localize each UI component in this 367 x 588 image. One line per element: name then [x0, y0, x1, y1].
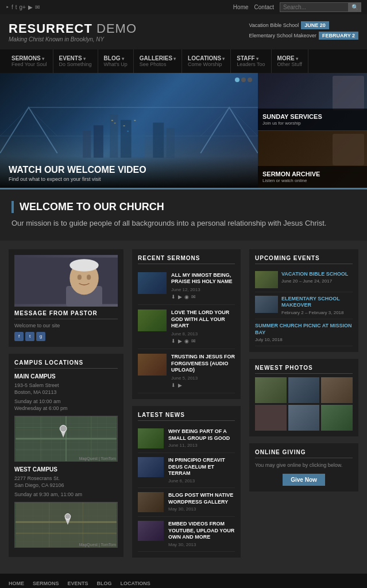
- sermon-thumb-1: [138, 272, 167, 294]
- sermon-info-2: LOVE THE LORD YOUR GOD WITH ALL YOUR HEA…: [171, 310, 235, 344]
- google-icon-top[interactable]: g+: [20, 4, 26, 10]
- youtube-icon-top[interactable]: ▶: [28, 4, 33, 10]
- twitter-icon-top[interactable]: t: [16, 4, 17, 10]
- event-name-2: ELEMENTARY SCHOOL MAKEOVER: [281, 296, 353, 309]
- event-badge-1: Vacation Bible School JUNE 20: [249, 21, 358, 29]
- campus-west-name: WEST CAMPUS: [14, 466, 118, 473]
- home-link[interactable]: Home: [233, 4, 249, 10]
- footer-nav: HOME SERMONS EVENTS BLOG LOCATIONS: [0, 573, 367, 588]
- hero-sermon-archive[interactable]: SERMON ARCHIVE Listen or watch online: [258, 130, 367, 188]
- news-info-4: EMBED VIDEOS FROM YOUTUBE, UPLOAD YOUR O…: [168, 521, 235, 547]
- give-now-button[interactable]: Give Now: [283, 474, 325, 486]
- svg-rect-8: [83, 131, 91, 158]
- sermon-info-3: TRUSTING IN JESUS FOR FORGIVENESS (AUDIO…: [171, 354, 235, 388]
- right-column: UPCOMING EVENTS VACATION BIBLE SCHOOL Ju…: [249, 249, 358, 565]
- svg-point-30: [60, 425, 67, 432]
- hero-dot-1[interactable]: [235, 78, 239, 82]
- news-item-4[interactable]: EMBED VIDEOS FROM YOUTUBE, UPLOAD YOUR O…: [138, 517, 235, 552]
- campus-west-map[interactable]: MapQuest | TomTom: [14, 502, 118, 548]
- search-button[interactable]: 🔍: [349, 2, 361, 12]
- sermon-date-3: June 5, 2013: [171, 376, 235, 381]
- nav-galleries[interactable]: GALLERIES▾ See Photos: [134, 49, 182, 73]
- hero-main[interactable]: WATCH OUR WELCOME VIDEO Find out what to…: [0, 73, 258, 188]
- nav-blog[interactable]: BLOG▾ What's Up: [98, 49, 134, 73]
- nav-locations[interactable]: LOCATIONS▾ Come Worship: [182, 49, 231, 73]
- search-input[interactable]: [280, 2, 349, 12]
- sermons-section-title: RECENT SERMONS: [138, 255, 235, 264]
- sermon-download-icon[interactable]: ⬇: [171, 294, 176, 300]
- event-item-2[interactable]: ELEMENTARY SCHOOL MAKEOVER February 2 – …: [255, 292, 353, 319]
- event-name-3: SUMMER CHURCH PICNIC AT MISSION BAY: [255, 323, 353, 336]
- hero-sunday-services[interactable]: SUNDAY SERVICES Join us for worship: [258, 73, 367, 130]
- pastor-image: [14, 255, 118, 307]
- hero-dot-2[interactable]: [241, 78, 246, 82]
- news-title-4: EMBED VIDEOS FROM YOUTUBE, UPLOAD YOUR O…: [168, 521, 235, 541]
- top-bar: ‣ f t g+ ▶ ✉ Home Contact 🔍: [0, 0, 367, 14]
- welcome-title: WELCOME TO OUR CHURCH: [11, 201, 356, 213]
- sermon-cmt-2[interactable]: ✉: [191, 338, 196, 344]
- facebook-icon-top[interactable]: f: [11, 4, 13, 10]
- photo-1[interactable]: [255, 377, 287, 403]
- svg-point-19: [69, 259, 98, 272]
- event-dates-3: July 10, 2018: [255, 337, 353, 342]
- photo-5[interactable]: [288, 405, 320, 431]
- site-header: RESURRECT DEMO Making Christ Known in Br…: [0, 14, 367, 49]
- event-item-1[interactable]: VACATION BIBLE SCHOOL June 20 – June 24,…: [255, 268, 353, 292]
- rss-icon-top[interactable]: ‣: [6, 4, 9, 10]
- photo-4[interactable]: [255, 405, 287, 431]
- sermon-thumb-3: [138, 354, 167, 376]
- map-svg-west: [15, 502, 117, 547]
- sermon-item-2[interactable]: LOVE THE LORD YOUR GOD WITH ALL YOUR HEA…: [138, 305, 235, 349]
- photo-3[interactable]: [321, 377, 353, 403]
- site-tagline: Making Christ Known in Brooklyn, NY: [9, 36, 137, 42]
- sermon-item-3[interactable]: TRUSTING IN JESUS FOR FORGIVENESS (AUDIO…: [138, 349, 235, 393]
- event-item-3[interactable]: SUMMER CHURCH PICNIC AT MISSION BAY July…: [255, 319, 353, 346]
- pastor-facebook-icon[interactable]: f: [14, 332, 24, 341]
- sunday-services-title: SUNDAY SERVICES: [262, 113, 362, 120]
- contact-link[interactable]: Contact: [254, 4, 274, 10]
- nav-events[interactable]: EVENTS▾ Do Something: [53, 49, 98, 73]
- sermon-title-3: TRUSTING IN JESUS FOR FORGIVENESS (AUDIO…: [171, 354, 235, 374]
- sermon-play-3[interactable]: ▶: [178, 382, 182, 388]
- footer-blog-link[interactable]: BLOG: [97, 581, 112, 586]
- sermon-play-2[interactable]: ▶: [178, 338, 182, 344]
- footer-events-link[interactable]: EVENTS: [68, 581, 88, 586]
- welcome-section: WELCOME TO OUR CHURCH Our mission is to …: [0, 188, 367, 241]
- news-title-1: WHY BEING PART OF A SMALL GROUP IS GOOD: [168, 428, 235, 442]
- hero-dots: [235, 78, 252, 82]
- hero-overlay: WATCH OUR WELCOME VIDEO Find out what to…: [0, 156, 258, 188]
- email-icon-top[interactable]: ✉: [35, 4, 40, 10]
- sermon-vid-2[interactable]: ◉: [184, 338, 189, 344]
- svg-rect-5: [121, 120, 132, 158]
- news-item-3[interactable]: BLOG POST WITH NATIVE WORDPRESS GALLERY …: [138, 488, 235, 517]
- news-title-3: BLOG POST WITH NATIVE WORDPRESS GALLERY: [168, 492, 235, 505]
- footer-locations-link[interactable]: LOCATIONS: [121, 581, 150, 586]
- sermon-video-icon[interactable]: ◉: [184, 294, 189, 300]
- sermon-item-1[interactable]: ALL MY INMOST BEING, PRAISE HIS HOLY NAM…: [138, 268, 235, 305]
- footer-sermons-link[interactable]: SERMONS: [33, 581, 59, 586]
- sermon-comment-icon[interactable]: ✉: [191, 294, 196, 300]
- nav-more[interactable]: MORE▾ Other Stuff: [272, 49, 308, 73]
- pastor-text: Welcome to our site: [14, 323, 118, 328]
- photo-2[interactable]: [288, 377, 320, 403]
- sermon-date-1: June 12, 2013: [171, 287, 235, 292]
- footer-home-link[interactable]: HOME: [9, 581, 24, 586]
- sermon-play-icon[interactable]: ▶: [178, 294, 182, 300]
- news-item-2[interactable]: IN PRINCIPIO CREAVIT DEUS CAELUM ET TERR…: [138, 453, 235, 488]
- campus-main-map[interactable]: MapQuest | TomTom: [14, 416, 118, 462]
- campus-main-name: MAIN CAMPUS: [14, 373, 118, 380]
- pastor-portrait: [14, 255, 118, 307]
- news-thumb-4: [138, 521, 164, 541]
- sermon-dl-2[interactable]: ⬇: [171, 338, 176, 344]
- photo-6[interactable]: [321, 405, 353, 431]
- social-icons-top: ‣ f t g+ ▶ ✉: [6, 4, 40, 10]
- campus-west-address: 2277 Rosecrans St. San Diego, CA 92106: [14, 475, 118, 489]
- news-item-1[interactable]: WHY BEING PART OF A SMALL GROUP IS GOOD …: [138, 424, 235, 453]
- sermon-dl-3[interactable]: ⬇: [171, 382, 176, 388]
- nav-sermons[interactable]: SERMONS▾ Feed Your Soul: [6, 49, 53, 73]
- hero-dot-3[interactable]: [248, 78, 252, 82]
- svg-rect-13: [123, 125, 125, 126]
- pastor-google-icon[interactable]: g: [36, 332, 45, 341]
- nav-staff[interactable]: STAFF▾ Leaders Too: [231, 49, 271, 73]
- pastor-twitter-icon[interactable]: t: [25, 332, 34, 341]
